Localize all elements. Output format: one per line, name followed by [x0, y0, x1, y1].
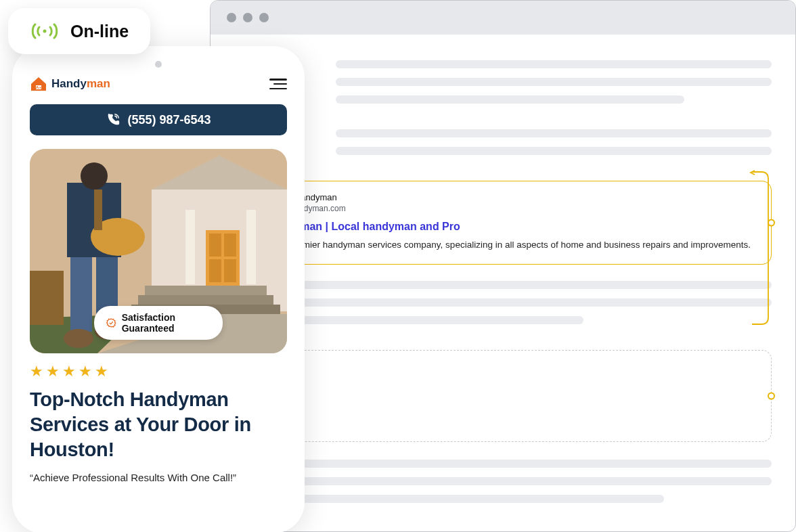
logo-text-prefix: Handy	[51, 77, 87, 90]
search-result-description: We are a premier handyman services compa…	[250, 238, 756, 252]
svg-rect-6	[185, 210, 195, 284]
broadcast-icon	[30, 20, 60, 42]
skeleton-group	[234, 281, 772, 324]
phone-header: A+ Handyman	[30, 76, 287, 92]
svg-rect-19	[70, 257, 92, 332]
skeleton-line	[336, 147, 772, 155]
satisfaction-badge: Satisfaction Guaranteed	[94, 306, 223, 340]
app-logo[interactable]: A+ Handyman	[30, 76, 110, 92]
phone-icon	[106, 112, 120, 127]
empty-result-slot	[234, 350, 772, 442]
skeleton-line	[336, 78, 772, 86]
star-icon: ★	[79, 363, 92, 380]
online-text: On-line	[70, 22, 129, 41]
svg-rect-14	[138, 295, 273, 305]
window-dot	[243, 13, 252, 22]
skeleton-line	[234, 298, 772, 307]
phone-mockup: A+ Handyman (555) 987-6543	[12, 46, 305, 532]
logo-text-suffix: man	[87, 77, 110, 90]
svg-rect-9	[209, 234, 221, 257]
online-badge: On-line	[8, 8, 150, 54]
svg-rect-24	[94, 190, 102, 230]
svg-rect-11	[209, 259, 221, 282]
skeleton-group	[336, 60, 772, 104]
star-rating: ★ ★ ★ ★ ★	[30, 363, 287, 380]
connector-dot	[768, 393, 775, 400]
hero-title: Top-Notch Handyman Services at Your Door…	[30, 387, 287, 462]
hero-image: Satisfaction Guaranteed	[30, 149, 287, 353]
svg-rect-10	[224, 234, 236, 257]
window-dot	[259, 13, 269, 22]
svg-point-27	[43, 30, 47, 33]
search-result-card[interactable]: A+ Handyman a+handyman.com A+ Handyman |…	[234, 181, 772, 265]
phone-number: (555) 987-6543	[127, 113, 211, 127]
skeleton-group	[336, 129, 772, 155]
browser-chrome	[211, 1, 795, 35]
star-icon: ★	[46, 363, 60, 380]
star-icon: ★	[62, 363, 76, 380]
skeleton-line	[336, 129, 772, 137]
skeleton-line	[234, 477, 772, 485]
satisfaction-text: Satisfaction Guaranteed	[122, 312, 211, 334]
svg-rect-26	[30, 271, 64, 325]
skeleton-line	[234, 281, 772, 289]
svg-rect-12	[224, 259, 236, 282]
svg-point-21	[64, 329, 93, 348]
phone-camera	[155, 61, 162, 68]
star-icon: ★	[30, 363, 43, 380]
connector-dot	[768, 219, 775, 227]
skeleton-line	[234, 460, 772, 468]
window-dot	[227, 13, 236, 22]
house-icon: A+	[30, 76, 47, 92]
skeleton-line	[336, 95, 684, 104]
search-result-title[interactable]: A+ Handyman | Local handyman and Pro	[250, 221, 756, 233]
skeleton-group	[234, 460, 772, 503]
svg-rect-13	[145, 286, 267, 295]
call-button[interactable]: (555) 987-6543	[30, 104, 287, 135]
svg-text:A+: A+	[36, 85, 41, 89]
skeleton-line	[336, 60, 772, 68]
menu-icon[interactable]	[269, 79, 287, 89]
star-icon: ★	[95, 363, 108, 380]
hero-subtitle: “Achieve Professional Results With One C…	[30, 472, 287, 483]
svg-point-25	[81, 162, 108, 190]
check-badge-icon	[106, 317, 116, 329]
svg-rect-7	[246, 210, 256, 284]
